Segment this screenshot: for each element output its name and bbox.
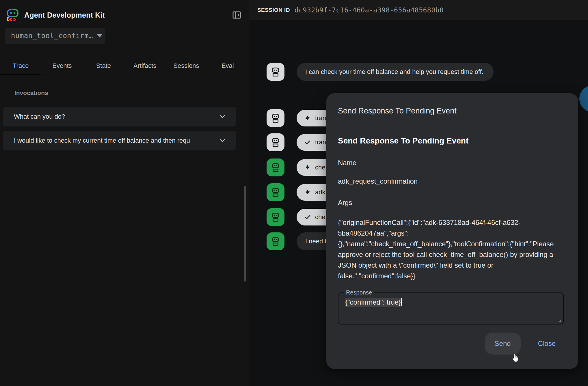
- app-title: Agent Development Kit: [24, 11, 105, 19]
- invocations-heading: Invocations: [14, 89, 48, 96]
- bot-message-bubble: I can check your time off balance and he…: [297, 63, 494, 81]
- sidebar: Agent Development Kit human_tool_confirm…: [0, 0, 248, 386]
- check-icon: [304, 139, 311, 146]
- bot-avatar-active: [267, 208, 284, 226]
- response-input[interactable]: {"confirmed": true}: [345, 298, 402, 306]
- args-label: Args: [338, 199, 566, 207]
- adk-robot-logo-icon: [6, 8, 20, 22]
- robot-icon: [269, 111, 282, 125]
- bot-avatar-active: [267, 232, 284, 250]
- agent-selector-value: human_tool_confirm…: [11, 32, 93, 40]
- dialog-title: Send Response To Pending Event: [338, 107, 566, 115]
- args-value: {"originalFunctionCall":{"id":"adk-63371…: [338, 217, 570, 281]
- robot-icon: [269, 235, 282, 248]
- bot-avatar: [267, 109, 284, 127]
- collapse-panel-icon: [232, 10, 242, 20]
- name-value: adk_request_confirmation: [338, 177, 566, 185]
- robot-icon: [269, 161, 282, 174]
- scroll-action-button[interactable]: [579, 85, 588, 112]
- chip-label: adk: [315, 189, 325, 196]
- tab-events[interactable]: Events: [41, 57, 83, 75]
- session-header: SESSION ID dc932b9f-7c16-460a-a398-656a4…: [249, 0, 588, 20]
- response-label: Response: [344, 289, 374, 296]
- bolt-icon: [304, 115, 311, 122]
- sidebar-header: Agent Development Kit: [6, 7, 243, 23]
- tab-artifacts[interactable]: Artifacts: [124, 57, 165, 75]
- adk-web-app: Agent Development Kit human_tool_confirm…: [0, 0, 588, 386]
- robot-icon: [269, 186, 282, 199]
- response-value: {"confirmed": true}: [345, 298, 401, 307]
- session-id-value: dc932b9f-7c16-460a-a398-656a485680b0: [295, 6, 444, 14]
- resize-handle-icon[interactable]: [557, 319, 561, 323]
- invocation-text: I would like to check my current time of…: [14, 137, 215, 144]
- check-icon: [304, 214, 311, 221]
- chevron-down-icon: [218, 113, 226, 121]
- chevron-down-icon: [218, 137, 226, 145]
- invocation-text: What can you do?: [14, 113, 215, 120]
- response-fieldset: Response {"confirmed": true}: [338, 289, 564, 325]
- robot-icon: [269, 210, 282, 224]
- invocation-item[interactable]: What can you do?: [3, 107, 236, 126]
- tab-state[interactable]: State: [83, 57, 124, 75]
- chip-label: tran: [315, 114, 326, 122]
- session-id-label: SESSION ID: [257, 7, 290, 13]
- tab-eval[interactable]: Eval: [207, 57, 248, 75]
- chip-label: che: [315, 213, 325, 221]
- bot-avatar: [267, 133, 284, 151]
- chip-label: che: [315, 164, 325, 171]
- sidebar-tabs: Trace Events State Artifacts Sessions Ev…: [0, 57, 248, 75]
- send-response-dialog: Send Response To Pending Event Send Resp…: [326, 93, 578, 369]
- bot-avatar: [267, 63, 284, 81]
- send-button[interactable]: Send: [485, 333, 521, 355]
- collapse-panel-button[interactable]: [231, 9, 243, 21]
- bot-avatar-active: [267, 183, 284, 201]
- bot-avatar-active: [267, 158, 284, 176]
- robot-icon: [269, 65, 282, 79]
- sidebar-scrollbar-thumb[interactable]: [244, 186, 246, 281]
- text-caret: [401, 298, 402, 306]
- chip-label: tran: [315, 139, 326, 146]
- dialog-heading: Send Response To Pending Event: [338, 136, 566, 146]
- dropdown-caret-icon: [97, 34, 102, 38]
- chat-message-row: I can check your time off balance and he…: [267, 63, 494, 81]
- robot-icon: [269, 136, 282, 149]
- tab-trace[interactable]: Trace: [0, 57, 41, 75]
- agent-selector-dropdown[interactable]: human_tool_confirm…: [5, 28, 105, 44]
- name-label: Name: [338, 159, 566, 167]
- bolt-icon: [304, 189, 311, 196]
- tab-sessions[interactable]: Sessions: [165, 57, 207, 75]
- dialog-actions: Send Close: [485, 333, 565, 355]
- invocation-item[interactable]: I would like to check my current time of…: [3, 131, 236, 150]
- bolt-icon: [304, 164, 311, 171]
- close-button[interactable]: Close: [528, 333, 565, 355]
